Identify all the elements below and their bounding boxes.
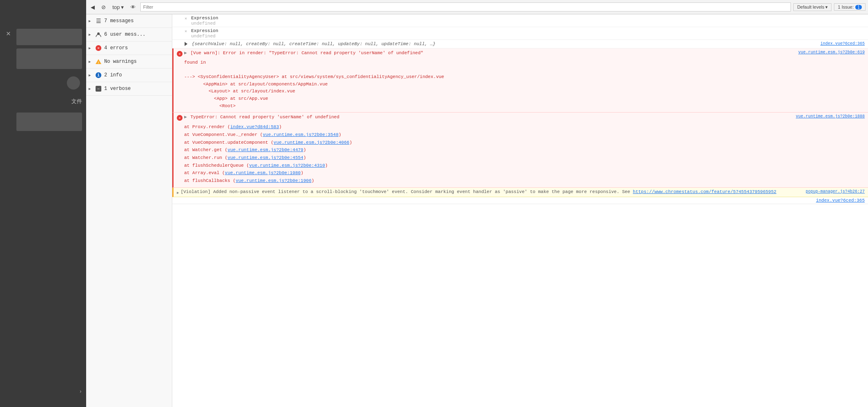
error-icon-2: ✕ <box>177 115 183 121</box>
user-messages-label: 6 user mess... <box>104 32 169 37</box>
expand-arrow-icon: ▶ <box>89 73 93 78</box>
all-messages-label: 7 messages <box>104 18 169 24</box>
expand-arrow-icon: ▶ <box>89 87 93 91</box>
browser-chrome: ✕ 文件 › <box>0 0 86 407</box>
violation-message: [Violation] Added non-passive event list… <box>180 189 633 194</box>
eye-button[interactable]: 👁 <box>128 3 138 11</box>
object-text[interactable]: {searchValue: null, createBy: null, crea… <box>185 41 865 46</box>
inline-source-6[interactable]: vue.runtime.esm.js?2b0e:4310 <box>249 163 325 168</box>
inline-source-1[interactable]: index.vue?d84d:583 <box>230 124 279 129</box>
expression-value-2: undefined <box>185 34 865 39</box>
expand-triangle-icon <box>185 42 187 46</box>
sidebar-item-errors[interactable]: ▶ ✕ 4 errors <box>86 41 172 55</box>
chinese-label: 文件 <box>71 98 82 105</box>
object-source-link[interactable]: index.vue?6ced:365 <box>820 41 865 46</box>
error-icon: ✕ <box>95 45 102 51</box>
user-icon <box>95 31 102 38</box>
typeerror-source-link[interactable]: vue.runtime.esm.js?2b0e:1888 <box>796 114 865 119</box>
object-entry: {searchValue: null, createBy: null, crea… <box>172 40 868 48</box>
issue-label: 1 Issue: <box>838 5 854 9</box>
expand-arrow-icon: ▶ <box>89 46 93 51</box>
typeerror-error: ✕ ▶ TypeError: Cannot read property 'use… <box>172 113 868 188</box>
filter-input[interactable] <box>140 2 791 11</box>
sidebar-item-warnings[interactable]: ▶ ! No warnings <box>86 55 172 69</box>
vue-warn-message: ▶ [Vue warn]: Error in render: "TypeErro… <box>184 50 865 55</box>
devtools-toolbar: ◀ ⊘ top ▾ 👁 Default levels ▾ 1 Issue: 1 <box>86 0 868 14</box>
expression-label-1: ✕ Expression <box>185 15 865 21</box>
levels-label: Default levels <box>797 5 824 9</box>
console-output: ✕ Expression undefined ✕ Expression unde… <box>172 14 868 407</box>
issue-button[interactable]: 1 Issue: 1 <box>834 3 866 11</box>
svg-text:!: ! <box>98 61 100 64</box>
expand-arrow-icon: ▶ <box>89 60 93 64</box>
vue-warn-error: ✕ ▶ [Vue warn]: Error in render: "TypeEr… <box>172 48 868 113</box>
context-label: top <box>112 4 120 10</box>
bottom-source-row: index.vue?6ced:365 <box>172 197 868 204</box>
error-icon-1: ✕ <box>177 51 183 57</box>
expand-arrow-icon: ▶ <box>89 19 93 23</box>
issue-badge: 1 <box>855 5 862 9</box>
inline-source-7[interactable]: vue.runtime.esm.js?2b0e:1980 <box>225 170 301 175</box>
expression-text-1: Expression <box>191 16 218 21</box>
violation-entry: ▶ [Violation] Added non-passive event li… <box>172 188 868 197</box>
block-icon: ⊘ <box>101 4 106 10</box>
console-body: ▶ ☰ 7 messages ▶ 6 user mess... ▶ <box>86 14 868 407</box>
inline-source-3[interactable]: vue.runtime.esm.js?2b0e:4066 <box>274 140 349 145</box>
errors-label: 4 errors <box>104 45 169 51</box>
typeerror-detail: at Proxy.render (index.vue?d84d:583) at … <box>174 122 868 187</box>
close-expression-1-button[interactable]: ✕ <box>185 16 190 21</box>
inline-source-4[interactable]: vue.runtime.esm.js?2b0e:4479 <box>228 147 304 152</box>
expand-arrow-right[interactable]: › <box>79 389 82 395</box>
expression-label-2: ✕ Expression <box>185 28 865 34</box>
levels-button[interactable]: Default levels ▾ <box>793 3 831 11</box>
inline-source-5[interactable]: vue.runtime.esm.js?2b0e:4554 <box>228 155 304 160</box>
info-label: 2 info <box>104 72 169 78</box>
eye-icon: 👁 <box>130 4 136 10</box>
rotate-button[interactable] <box>67 76 80 90</box>
expression-value-1: undefined <box>185 21 865 26</box>
sidebar-item-user-messages[interactable]: ▶ 6 user mess... <box>86 28 172 41</box>
sidebar-item-info[interactable]: ▶ i 2 info <box>86 69 172 82</box>
close-expression-2-button[interactable]: ✕ <box>185 29 190 34</box>
message-list: ▶ ☰ 7 messages ▶ 6 user mess... ▶ <box>86 14 172 407</box>
back-button[interactable]: ◀ <box>89 3 97 11</box>
vue-warn-source-link[interactable]: vue.runtime.esm.js?2b0e:619 <box>798 50 865 55</box>
info-icon: i <box>95 72 102 78</box>
expression-entry-2: ✕ Expression undefined <box>172 27 868 40</box>
chrome-ui-long <box>16 113 82 131</box>
sidebar-item-all-messages[interactable]: ▶ ☰ 7 messages <box>86 14 172 28</box>
inline-source-2[interactable]: vue.runtime.esm.js?2b0e:3548 <box>263 132 338 137</box>
bottom-source-link[interactable]: index.vue?6ced:365 <box>816 198 865 203</box>
typeerror-error-header: ✕ ▶ TypeError: Cannot read property 'use… <box>174 113 868 122</box>
devtools-panel: ◀ ⊘ top ▾ 👁 Default levels ▾ 1 Issue: 1 … <box>86 0 868 407</box>
chrome-ui-block <box>16 48 82 69</box>
violation-content: [Violation] Added non-passive event list… <box>180 189 865 194</box>
context-selector[interactable]: top ▾ <box>110 3 126 11</box>
violation-source-link[interactable]: popup-manager.js?4b26:27 <box>806 189 865 194</box>
expand-arrow-icon: ▶ <box>89 32 93 37</box>
back-icon: ◀ <box>91 4 95 10</box>
typeerror-message: ▶ TypeError: Cannot read property 'userN… <box>184 114 865 120</box>
expression-text-2: Expression <box>191 28 218 33</box>
expand-tri-right-1: ▶ <box>184 51 187 55</box>
warning-icon: ! <box>95 58 102 65</box>
list-icon: ☰ <box>95 18 102 24</box>
sidebar-item-verbose[interactable]: ▶ ⋯ 1 verbose <box>86 82 172 96</box>
expand-tri-violation: ▶ <box>177 191 179 195</box>
warnings-label: No warnings <box>104 59 169 64</box>
expression-entry-1: ✕ Expression undefined <box>172 14 868 27</box>
close-button[interactable]: ✕ <box>6 29 11 38</box>
verbose-label: 1 verbose <box>104 86 169 92</box>
context-arrow-icon: ▾ <box>121 4 124 10</box>
inline-source-8[interactable]: vue.runtime.esm.js?2b0e:1906 <box>235 178 311 183</box>
vue-warn-detail: found in ---> <SysConfidentialityAgencyU… <box>174 58 868 112</box>
violation-link[interactable]: https://www.chromestatus.com/feature/574… <box>633 189 777 194</box>
vue-warn-error-header: ✕ ▶ [Vue warn]: Error in render: "TypeEr… <box>174 48 868 58</box>
levels-arrow-icon: ▾ <box>825 5 828 10</box>
verbose-icon: ⋯ <box>95 85 102 92</box>
block-button[interactable]: ⊘ <box>99 3 108 11</box>
object-value: {searchValue: null, createBy: null, crea… <box>192 41 436 46</box>
expand-tri-right-2: ▶ <box>184 115 187 120</box>
